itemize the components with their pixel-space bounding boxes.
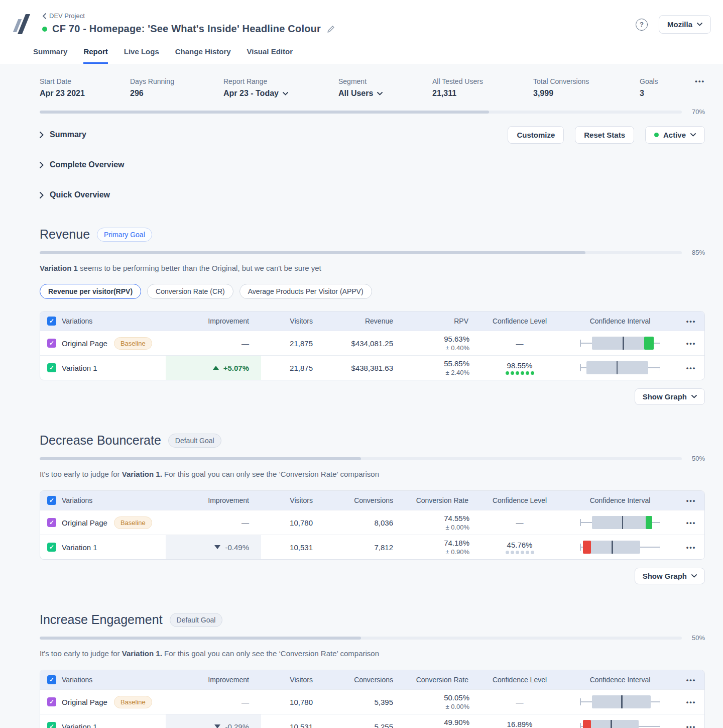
progress-percent: 50%: [688, 634, 705, 642]
confidence-interval-chart: [580, 514, 660, 531]
progress-percent: 70%: [688, 108, 705, 116]
visitors-value: 21,875: [261, 364, 321, 372]
stat-segment: Segment All Users: [338, 77, 432, 98]
confidence-interval-chart: [580, 335, 660, 352]
row-checkbox[interactable]: [47, 543, 56, 552]
section-complete-overview-toggle[interactable]: Complete Overview: [40, 160, 125, 169]
customize-button[interactable]: Customize: [508, 126, 564, 144]
row-checkbox[interactable]: [47, 722, 56, 728]
section-summary-toggle[interactable]: Summary: [40, 130, 86, 139]
goal-note: Variation 1 seems to be performing bette…: [40, 264, 705, 272]
row-menu-icon[interactable]: [686, 699, 696, 705]
app-logo[interactable]: [12, 12, 33, 36]
improvement-cell: -0.29%: [166, 714, 261, 728]
stat-days-running: Days Running 296: [130, 77, 223, 98]
main-tabs: Summary Report Live Logs Change History …: [12, 47, 711, 64]
goal-revenue: Revenue Primary Goal 85% Variation 1 see…: [40, 227, 705, 405]
tab-report[interactable]: Report: [83, 47, 107, 64]
baseline-badge: Baseline: [114, 337, 152, 350]
goal-title: Decrease Bouncerate: [40, 433, 161, 448]
report-range-dropdown[interactable]: Apr 23 - Today: [223, 89, 338, 98]
experiment-status-dot: [42, 27, 47, 32]
help-icon[interactable]: [636, 19, 648, 31]
stats-menu-icon[interactable]: [695, 78, 705, 84]
section-quick-overview-toggle[interactable]: Quick Overview: [40, 190, 110, 199]
down-arrow-icon: [214, 545, 220, 549]
variation-name: Variation 1: [62, 364, 97, 372]
conversion-rate-value: 74.18%: [444, 539, 469, 547]
row-checkbox[interactable]: [47, 363, 56, 372]
metric-tabs: Revenue per visitor(RPV) Conversion Rate…: [40, 284, 705, 299]
chevron-down-icon: [283, 92, 288, 95]
chevron-right-icon: [40, 162, 44, 168]
select-all-checkbox[interactable]: [47, 317, 56, 326]
tab-live-logs[interactable]: Live Logs: [124, 47, 159, 64]
report-content: Start Date Apr 23 2021 Days Running 296 …: [0, 64, 723, 728]
row-menu-icon[interactable]: [686, 545, 696, 550]
stat-total-conversions: Total Conversions 3,999: [533, 77, 640, 98]
improvement-cell: -0.49%: [166, 535, 261, 559]
row-checkbox[interactable]: [47, 518, 56, 527]
chevron-right-icon: [40, 132, 44, 138]
table-row-original: Original Page Baseline — 10,780 5,395 50…: [40, 689, 704, 714]
table-row-original: Original Page Baseline — 10,780 8,036 74…: [40, 510, 704, 535]
show-graph-button[interactable]: Show Graph: [635, 388, 705, 405]
metric-tab-cr[interactable]: Conversion Rate (CR): [147, 284, 233, 299]
visitors-value: 10,531: [261, 543, 321, 552]
browser-selector-button[interactable]: Mozilla: [659, 15, 711, 34]
row-menu-icon[interactable]: [686, 520, 696, 526]
conversion-rate-value: 74.55%: [444, 514, 469, 523]
table-menu-icon[interactable]: [686, 498, 696, 503]
confidence-interval-chart: [580, 693, 660, 710]
variation-name: Variation 1: [62, 543, 97, 552]
status-dropdown-button[interactable]: Active: [645, 126, 705, 144]
goal-engagement: Increase Engagement Default Goal 50% It'…: [40, 612, 705, 728]
confidence-value: 45.76%: [507, 541, 533, 549]
revenue-value: $434,081.25: [321, 339, 402, 348]
page-title: CF 70 - Homepage: 'See What's Inside' He…: [52, 23, 321, 35]
metric-tab-appv[interactable]: Average Products Per Visitor (APPV): [239, 284, 372, 299]
conversions-value: 5,255: [321, 722, 402, 728]
variation-name: Original Page: [62, 698, 107, 706]
rpv-value: 95.63%: [444, 335, 469, 343]
table-menu-icon[interactable]: [686, 677, 696, 683]
row-menu-icon[interactable]: [686, 724, 696, 728]
active-status-dot: [654, 133, 659, 137]
select-all-checkbox[interactable]: [47, 675, 56, 684]
goal-note: It's too early to judge for Variation 1.…: [40, 470, 705, 478]
reset-stats-button[interactable]: Reset Stats: [575, 126, 634, 144]
chevron-down-icon: [690, 133, 696, 137]
goal-title: Increase Engagement: [40, 612, 163, 627]
table-row-original: Original Page Baseline — 21,875 $434,081…: [40, 331, 704, 355]
edit-title-icon[interactable]: [327, 25, 335, 33]
default-goal-badge: Default Goal: [168, 434, 221, 448]
visitors-value: 21,875: [261, 339, 321, 348]
row-checkbox[interactable]: [47, 339, 56, 348]
top-bar: DEV Project CF 70 - Homepage: 'See What'…: [0, 0, 723, 64]
chevron-down-icon: [691, 395, 697, 398]
tab-visual-editor[interactable]: Visual Editor: [247, 47, 293, 64]
row-menu-icon[interactable]: [686, 365, 696, 371]
rpv-value: 55.85%: [444, 359, 469, 368]
stat-report-range: Report Range Apr 23 - Today: [223, 77, 338, 98]
row-checkbox[interactable]: [47, 697, 56, 706]
row-menu-icon[interactable]: [686, 341, 696, 346]
conversion-rate-value: 49.90%: [444, 718, 469, 726]
variation-name: Variation 1: [62, 722, 97, 728]
chevron-down-icon: [691, 574, 697, 578]
segment-dropdown[interactable]: All Users: [338, 89, 432, 98]
metric-tab-rpv[interactable]: Revenue per visitor(RPV): [40, 284, 141, 299]
confidence-interval-chart: [580, 359, 660, 376]
show-graph-button[interactable]: Show Graph: [635, 568, 705, 584]
breadcrumb[interactable]: DEV Project: [42, 12, 335, 20]
table-menu-icon[interactable]: [686, 319, 696, 324]
table-row-variation: Variation 1 -0.29% 10,531 5,255 49.90%± …: [40, 714, 704, 728]
bouncerate-table: Variations Improvement Visitors Conversi…: [40, 490, 705, 560]
tab-summary[interactable]: Summary: [33, 47, 67, 64]
engagement-table: Variations Improvement Visitors Conversi…: [40, 670, 705, 728]
breadcrumb-label: DEV Project: [49, 12, 85, 20]
baseline-badge: Baseline: [114, 696, 152, 708]
tab-change-history[interactable]: Change History: [175, 47, 231, 64]
table-row-variation: Variation 1 -0.49% 10,531 7,812 74.18%± …: [40, 535, 704, 559]
select-all-checkbox[interactable]: [47, 496, 56, 505]
